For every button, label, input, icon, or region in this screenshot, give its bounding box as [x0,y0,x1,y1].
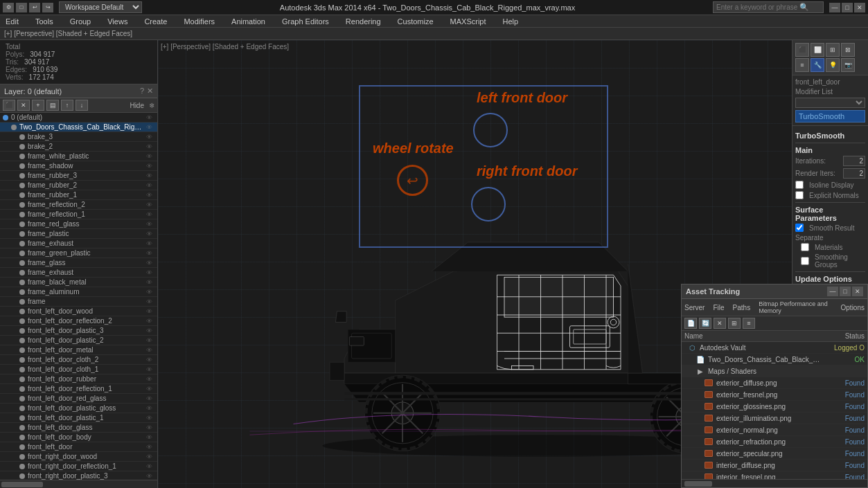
layer-list-item[interactable]: frame_shadow👁 [0,161,157,171]
layer-list-item[interactable]: frame_reflection_2👁 [0,200,157,210]
ts-isoline-checkbox[interactable] [795,181,804,189]
rp-icon-5[interactable]: 🔧 [811,58,824,72]
asset-tool-1[interactable]: 🔄 [699,318,711,329]
layer-list-item[interactable]: frame_green_plastic👁 [0,248,157,258]
layer-list-item[interactable]: frame_plastic👁 [0,229,157,239]
layer-list-item[interactable]: front_right_door_wood👁 [0,452,157,462]
layer-list-item[interactable]: front_left_door👁 [0,442,157,452]
layer-list-item[interactable]: front_left_door_plastic_1👁 [0,413,157,423]
layer-list-item[interactable]: brake_3👁 [0,132,157,142]
asset-menu-file[interactable]: File [713,304,724,311]
layer-help-button[interactable]: ? [140,87,144,96]
layer-list-item[interactable]: front_left_door_plastic_3👁 [0,326,157,336]
menu-edit[interactable]: Edit [3,17,21,26]
layer-list-item[interactable]: frame_rubber_2👁 [0,181,157,190]
asset-table-row[interactable]: interior_diffuse.pngFound [682,460,867,471]
layer-list-item[interactable]: front_left_door_reflection_2👁 [0,316,157,326]
asset-table-row[interactable]: exterior_normal.pngFound [682,424,867,436]
ts-explicit-checkbox[interactable] [795,191,804,199]
search-icon[interactable]: 🔍 [799,3,809,12]
asset-table-row[interactable]: 📄Two_Doors_Chassis_Cab_Black_Rigged_max_… [682,354,867,365]
asset-close-button[interactable]: ✕ [852,287,863,296]
layer-list-item[interactable]: front_left_door_plastic_2👁 [0,336,157,345]
ts-smooth-result-checkbox[interactable] [795,224,804,232]
ts-render-iters-input[interactable] [843,168,865,179]
menu-modifiers[interactable]: Modifiers [181,17,218,26]
menu-views[interactable]: Views [105,17,130,26]
rp-icon-6[interactable]: 💡 [826,58,840,72]
layer-list-item[interactable]: front_left_door_wood👁 [0,307,157,316]
menu-rendering[interactable]: Rendering [343,17,384,26]
menu-create[interactable]: Create [141,17,170,26]
rp-icon-0[interactable]: ⬛ [795,43,809,57]
menu-help[interactable]: Help [500,17,522,26]
menu-customize[interactable]: Customize [395,17,436,26]
menu-graph-editors[interactable]: Graph Editors [279,17,332,26]
hide-button[interactable]: Hide [130,102,144,109]
rp-icon-1[interactable]: ⬜ [811,43,824,57]
close-button[interactable]: ✕ [854,3,865,12]
layer-tool-1[interactable]: ✕ [17,100,30,111]
asset-table-row[interactable]: exterior_illumination.pngFound [682,413,867,424]
asset-tool-0[interactable]: 📄 [684,318,697,329]
layer-list-item[interactable]: front_left_door_glass👁 [0,423,157,433]
rp-icon-4[interactable]: ≡ [795,58,809,72]
asset-table-row[interactable]: exterior_glossines.pngFound [682,401,867,413]
toolbar-icon-3[interactable]: ↪ [42,3,53,12]
layer-list-item[interactable]: frame_rubber_3👁 [0,171,157,181]
asset-table-row[interactable]: ▶Maps / Shaders [682,365,867,377]
asset-minimize-button[interactable]: — [827,287,838,296]
ts-smoothing-checkbox[interactable] [801,257,809,265]
ts-materials-checkbox[interactable] [801,243,809,251]
layer-list-item[interactable]: frame_rubber_1👁 [0,190,157,200]
layer-list-item[interactable]: brake_2👁 [0,142,157,152]
layer-tool-0[interactable]: ⬛ [3,100,15,111]
rp-icon-3[interactable]: ⊠ [841,43,855,57]
toolbar-icon-1[interactable]: □ [16,3,27,12]
asset-table-row[interactable]: exterior_specular.pngFound [682,448,867,460]
menu-animation[interactable]: Animation [229,17,268,26]
asset-table-row[interactable]: interior_fresnel.pngFound [682,471,867,479]
layer-list-item[interactable]: frame_white_plastic👁 [0,152,157,161]
asset-menu-server[interactable]: Server [684,304,705,311]
search-input[interactable] [716,3,799,11]
layer-list-item[interactable]: front_left_door_metal👁 [0,345,157,355]
asset-table[interactable]: ⬡Autodesk VaultLogged O📄Two_Doors_Chassi… [682,342,867,479]
layer-list-item[interactable]: front_left_door_cloth_2👁 [0,355,157,365]
layer-list-item[interactable]: frame👁 [0,297,157,307]
asset-menu-options[interactable]: Options [841,304,865,311]
layer-list-item[interactable]: 0 (default)👁 [0,113,157,123]
layer-list-item[interactable]: front_right_door_plastic_3👁 [0,471,157,480]
layer-tool-3[interactable]: ▤ [46,100,59,111]
maximize-button[interactable]: □ [842,3,853,12]
layer-tool-4[interactable]: ↑ [61,100,73,111]
layer-close-button[interactable]: ✕ [147,87,153,96]
menu-group[interactable]: Group [67,17,94,26]
minimize-button[interactable]: — [829,3,840,12]
asset-table-row[interactable]: exterior_refraction.pngFound [682,436,867,448]
layer-list-item[interactable]: front_left_door_plastic_gloss👁 [0,404,157,413]
layer-list-item[interactable]: frame_black_metal👁 [0,278,157,287]
asset-tool-2[interactable]: ✕ [714,318,726,329]
asset-maximize-button[interactable]: □ [840,287,851,296]
rp-icon-2[interactable]: ⊞ [826,43,840,57]
layer-list-item[interactable]: front_right_door_reflection_1👁 [0,462,157,471]
asset-table-row[interactable]: exterior_fresnel.pngFound [682,389,867,401]
modifier-dropdown[interactable] [795,98,865,108]
menu-maxscript[interactable]: MAXScript [448,17,489,26]
asset-table-row[interactable]: exterior_diffuse.pngFound [682,377,867,389]
asset-table-row[interactable]: ⬡Autodesk VaultLogged O [682,342,867,354]
layer-scrollbar-h[interactable] [0,480,157,488]
layer-tool-2[interactable]: + [32,100,44,111]
layer-list-item[interactable]: Two_Doors_Chassis_Cab_Black_Rigged👁 [0,123,157,132]
layer-list-item[interactable]: frame_exhaust👁 [0,239,157,248]
layer-list-item[interactable]: frame_exhaust👁 [0,268,157,278]
toolbar-icon-2[interactable]: ↩ [29,3,40,12]
layer-list-item[interactable]: front_left_door_rubber👁 [0,374,157,384]
asset-tool-4[interactable]: ≡ [743,318,755,329]
asset-menu-bitmap[interactable]: Bitmap Performance and Memory [759,300,832,314]
menu-tools[interactable]: Tools [33,17,56,26]
layer-list-item[interactable]: frame_reflection_1👁 [0,210,157,219]
layer-tool-5[interactable]: ↓ [76,100,88,111]
layer-list-item[interactable]: front_left_door_body👁 [0,433,157,442]
